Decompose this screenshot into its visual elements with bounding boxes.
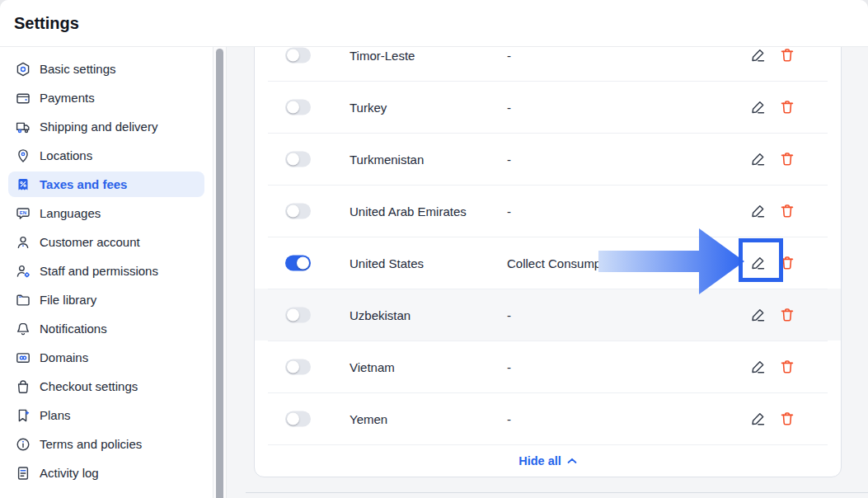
person-icon [15, 234, 31, 251]
country-toggle[interactable] [285, 203, 311, 218]
country-toggle[interactable] [285, 99, 311, 115]
table-row: Yemen - [255, 392, 841, 444]
delete-button[interactable] [779, 99, 795, 115]
edit-button[interactable] [750, 47, 766, 63]
sidebar-item-label: Activity log [40, 466, 99, 480]
bell-icon [15, 321, 31, 337]
country-toggle[interactable] [285, 411, 311, 426]
tax-status-label: - [507, 100, 511, 114]
sidebar-item-terms-and-policies[interactable]: Terms and policies [8, 431, 204, 457]
toggle-knob [287, 412, 299, 425]
pencil-icon [750, 99, 766, 115]
sidebar-item-languages[interactable]: EN Languages [8, 200, 204, 226]
sidebar-item-basic-settings[interactable]: Basic settings [8, 56, 204, 82]
country-toggle[interactable] [285, 255, 311, 270]
chevron-up-icon [567, 458, 577, 464]
table-row: Turkey - [255, 81, 841, 133]
sidebar-item-plans[interactable]: Plans [8, 402, 204, 428]
delete-button[interactable] [779, 307, 795, 322]
sidebar-item-label: Customer account [40, 235, 140, 249]
bookmark-plus-icon [15, 407, 31, 424]
toggle-knob [287, 360, 299, 373]
country-toggle[interactable] [285, 359, 311, 374]
row-actions [750, 99, 795, 115]
sidebar-item-domains[interactable]: Domains [8, 345, 204, 370]
sidebar-item-customer-account[interactable]: Customer account [8, 229, 204, 255]
sidebar-item-checkout-settings[interactable]: Checkout settings [8, 374, 204, 399]
row-actions [750, 203, 795, 218]
sidebar-item-label: Payments [40, 91, 95, 105]
person-gear-icon [15, 263, 31, 280]
country-label: Uzbekistan [350, 308, 411, 322]
toggle-knob [287, 101, 299, 113]
edit-button[interactable] [750, 359, 766, 374]
row-actions [750, 47, 795, 63]
country-toggle[interactable] [285, 307, 311, 322]
delete-button[interactable] [779, 151, 795, 167]
hide-all-link[interactable]: Hide all [518, 454, 577, 467]
toggle-knob [287, 153, 299, 165]
language-bubble-icon: EN [15, 205, 31, 222]
country-toggle[interactable] [285, 47, 311, 63]
tax-status-label: - [507, 308, 511, 322]
pencil-icon [750, 411, 766, 426]
sidebar-item-activity-log[interactable]: Activity log [8, 460, 204, 486]
toggle-knob [297, 256, 309, 269]
tax-status-label: Collect Consump [507, 256, 601, 270]
link-icon [15, 350, 31, 366]
row-actions [750, 359, 795, 374]
edit-button[interactable] [750, 307, 766, 322]
receipt-percent-icon [15, 176, 31, 193]
sidebar-item-notifications[interactable]: Notifications [8, 316, 204, 341]
sidebar-item-payments[interactable]: Payments [8, 85, 204, 110]
row-actions [750, 411, 795, 426]
tax-status-label: - [507, 152, 511, 166]
sidebar-item-locations[interactable]: Locations [8, 143, 204, 168]
tax-status-label: - [507, 359, 511, 374]
svg-text:EN: EN [20, 210, 26, 215]
next-section-divider [246, 492, 868, 493]
pencil-icon [750, 203, 766, 218]
sidebar-item-taxes-and-fees[interactable]: Taxes and fees [8, 171, 204, 197]
truck-icon [15, 119, 31, 135]
delete-button[interactable] [779, 255, 795, 270]
edit-button[interactable] [750, 203, 766, 218]
pencil-icon [750, 151, 766, 167]
delete-button[interactable] [779, 203, 795, 218]
table-row: Timor-Leste - [255, 47, 841, 81]
shopping-bag-icon [15, 378, 31, 395]
delete-button[interactable] [779, 411, 795, 426]
sidebar-item-label: Staff and permissions [40, 264, 158, 278]
delete-button[interactable] [779, 359, 795, 374]
trash-icon [780, 100, 795, 115]
trash-icon [780, 308, 795, 322]
edit-button[interactable] [750, 411, 766, 426]
country-label: Turkey [350, 100, 387, 114]
table-row: Vietnam - [255, 341, 841, 392]
edit-button[interactable] [750, 151, 766, 167]
sidebar-item-file-library[interactable]: File library [8, 287, 204, 312]
sidebar-item-label: Plans [40, 408, 71, 422]
country-toggle[interactable] [285, 151, 311, 167]
toggle-knob [287, 49, 299, 61]
tax-status-label: - [507, 48, 511, 62]
sidebar: Basic settings Payments Shipping and del… [0, 47, 213, 498]
sidebar-scrollbar-thumb[interactable] [216, 49, 223, 498]
sidebar-item-label: Shipping and delivery [40, 120, 157, 134]
sidebar-item-label: File library [40, 293, 96, 307]
delete-button[interactable] [779, 47, 795, 63]
country-label: Vietnam [350, 359, 395, 374]
table-row: United Arab Emirates - [255, 185, 841, 237]
sidebar-item-staff-and-permissions[interactable]: Staff and permissions [8, 258, 204, 284]
taxes-card: Timor-Leste - Turkey - Tur [254, 47, 842, 477]
sidebar-item-label: Locations [40, 148, 92, 162]
main-panel: Timor-Leste - Turkey - Tur [228, 47, 868, 498]
sidebar-item-shipping-and-delivery[interactable]: Shipping and delivery [8, 114, 204, 139]
map-pin-icon [15, 148, 31, 164]
edit-button[interactable] [750, 255, 766, 270]
pencil-icon [750, 47, 766, 63]
tax-status-label: - [507, 411, 511, 425]
edit-button[interactable] [750, 99, 766, 115]
sidebar-item-label: Taxes and fees [40, 177, 127, 191]
sidebar-scrollbar-track [213, 47, 227, 498]
